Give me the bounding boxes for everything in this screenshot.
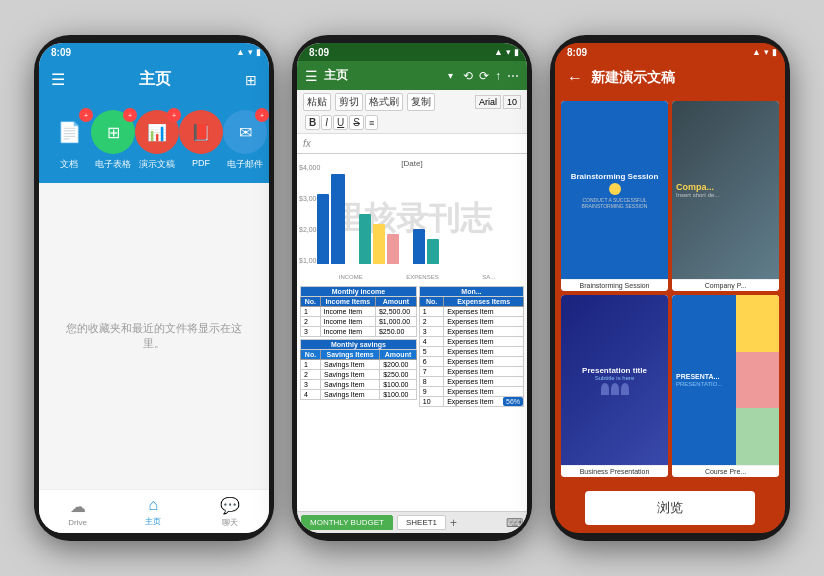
- app-icon-email[interactable]: ✉ + 电子邮件: [223, 110, 267, 171]
- nav-home[interactable]: ⌂ 主页: [145, 496, 161, 527]
- menu-icon[interactable]: ☰: [51, 70, 65, 89]
- expenses-row-10: 10 Expenses Item 56%: [419, 397, 523, 407]
- chart-area: 里核录刊志 [Date] $4,000 $3,000 $2,000 $1,000: [297, 154, 527, 284]
- template-business[interactable]: Presentation title Subtitle is here Busi…: [561, 295, 668, 477]
- email-icon: ✉: [239, 123, 252, 142]
- expenses-bar-3: [387, 234, 399, 264]
- tab-monthly-budget[interactable]: MONTHLY BUDGET: [301, 515, 393, 530]
- phone2-time: 8:09: [309, 47, 329, 58]
- italic-button[interactable]: I: [321, 115, 332, 130]
- expenses-header-no: No.: [419, 297, 443, 307]
- income-row-1: 1 Income Item $2,500.00: [301, 307, 417, 317]
- phone2-screen: 8:09 ▲ ▾ ▮ ☰ 主页 ▾ ⟲ ⟳ ↑ ⋯: [297, 43, 527, 533]
- savings-row2-item: Savings Item: [321, 370, 380, 380]
- app-icon-spreadsheet[interactable]: ⊞ + 电子表格: [91, 110, 135, 171]
- progress-badge: 56%: [503, 397, 523, 406]
- pdf-label: PDF: [192, 158, 210, 168]
- expenses-row-5: 5Expenses Item: [419, 347, 523, 357]
- more-icon[interactable]: ⋯: [507, 69, 519, 83]
- income-row3-no: 3: [301, 327, 321, 337]
- chart-date-label: [Date]: [401, 159, 422, 168]
- nav-drive[interactable]: ☁ Drive: [68, 497, 87, 527]
- income-header-items: Income Items: [320, 297, 375, 307]
- app-icon-docs[interactable]: 📄 + 文档: [47, 110, 91, 171]
- copy-button[interactable]: 复制: [407, 93, 435, 111]
- docs-badge: +: [79, 108, 93, 122]
- signal-icon: ▲: [494, 47, 503, 57]
- savings-row2-amount: $250.00: [380, 370, 417, 380]
- company-title: Compa...: [676, 182, 714, 192]
- course-subtitle: PRESENTATIO...: [676, 381, 732, 387]
- savings-row3-item: Savings Item: [321, 380, 380, 390]
- template-course[interactable]: PRESENTA... PRESENTATIO... Course Pre...: [672, 295, 779, 477]
- phone3-status-bar: 8:09 ▲ ▾ ▮: [555, 43, 785, 61]
- savings-bar-2: [427, 239, 439, 264]
- phone3-time: 8:09: [567, 47, 587, 58]
- keyboard-icon[interactable]: ⌨: [506, 516, 523, 530]
- expenses-row-7: 7Expenses Item: [419, 367, 523, 377]
- savings-bar-1: [413, 229, 425, 264]
- figure-3: [621, 383, 629, 395]
- paste-button[interactable]: 粘贴: [303, 93, 331, 111]
- cut-button[interactable]: 剪切: [335, 93, 363, 111]
- savings-row1-amount: $200.00: [380, 360, 417, 370]
- savings-row-1: 1 Savings Item $200.00: [301, 360, 417, 370]
- nav-home-label: 主页: [145, 516, 161, 527]
- page-title: 新建演示文稿: [591, 69, 675, 87]
- underline-button[interactable]: U: [333, 115, 348, 130]
- undo-icon[interactable]: ⟲: [463, 69, 473, 83]
- expenses-row-6: 6Expenses Item: [419, 357, 523, 367]
- nav-chat[interactable]: 💬 聊天: [220, 496, 240, 528]
- business-preview: Presentation title Subtitle is here: [561, 295, 668, 465]
- course-stripes: [736, 295, 779, 465]
- stripe-pink: [736, 352, 779, 409]
- savings-row4-amount: $100.00: [380, 390, 417, 400]
- email-badge: +: [255, 108, 269, 122]
- expenses-row-3: 3Expenses Item: [419, 327, 523, 337]
- company-sub: Insert short de...: [676, 192, 719, 198]
- income-table: Monthly income No. Income Items Amount 1…: [300, 286, 417, 337]
- strikethrough-button[interactable]: S: [349, 115, 364, 130]
- savings-row2-no: 2: [301, 370, 321, 380]
- brainstorm-label: Brainstorming Session: [561, 279, 668, 291]
- sheet-tabs: MONTHLY BUDGET SHEET1 + ⌨: [297, 511, 527, 533]
- phone3: 8:09 ▲ ▾ ▮ ← 新建演示文稿 Brainstorming Sess: [550, 35, 790, 541]
- phone2-header: ☰ 主页 ▾ ⟲ ⟳ ↑ ⋯: [297, 61, 527, 90]
- app-icon-presentation[interactable]: 📊 + 演示文稿: [135, 110, 179, 171]
- align-button[interactable]: ≡: [365, 115, 378, 130]
- expenses-header-items: Expenses Items: [444, 297, 524, 307]
- savings-title: Monthly savings: [301, 340, 417, 350]
- income-title: Monthly income: [301, 287, 417, 297]
- template-grid: Brainstorming Session CONDUCT A SUCCESSF…: [555, 95, 785, 483]
- bold-button[interactable]: B: [305, 115, 320, 130]
- browse-button[interactable]: 浏览: [585, 491, 755, 525]
- hint-text: 您的收藏夹和最近的文件将显示在这里。: [59, 321, 249, 351]
- course-title: PRESENTA...: [676, 373, 732, 381]
- home-icon: ⌂: [148, 496, 158, 514]
- back-icon[interactable]: ←: [567, 69, 583, 87]
- menu-icon[interactable]: ☰: [305, 68, 318, 84]
- figure-2: [611, 383, 619, 395]
- format-button[interactable]: 格式刷: [365, 93, 403, 111]
- drive-icon: ☁: [70, 497, 86, 516]
- phone1-header: ☰ 主页 ⊞: [39, 61, 269, 98]
- upload-icon[interactable]: ↑: [495, 69, 501, 83]
- income-row2-no: 2: [301, 317, 321, 327]
- income-row1-no: 1: [301, 307, 321, 317]
- business-sub: Subtitle is here: [595, 375, 635, 381]
- template-brainstorm[interactable]: Brainstorming Session CONDUCT A SUCCESSF…: [561, 101, 668, 291]
- chart-x-labels: INCOME EXPENSES SA...: [317, 274, 517, 280]
- app-icon-pdf[interactable]: 📕 PDF: [179, 110, 223, 171]
- business-content: Presentation title Subtitle is here: [561, 295, 668, 465]
- phone2-status-icons: ▲ ▾ ▮: [494, 47, 519, 57]
- template-company[interactable]: Compa... Insert short de... Company P...: [672, 101, 779, 291]
- page-title: 主页: [65, 69, 245, 90]
- tab-sheet1[interactable]: SHEET1: [397, 515, 446, 530]
- savings-row4-no: 4: [301, 390, 321, 400]
- company-content: Compa... Insert short de...: [672, 101, 779, 279]
- add-sheet-button[interactable]: +: [450, 516, 457, 530]
- grid-icon[interactable]: ⊞: [245, 72, 257, 88]
- redo-icon[interactable]: ⟳: [479, 69, 489, 83]
- expenses-row-8: 8Expenses Item: [419, 377, 523, 387]
- email-label: 电子邮件: [227, 158, 263, 171]
